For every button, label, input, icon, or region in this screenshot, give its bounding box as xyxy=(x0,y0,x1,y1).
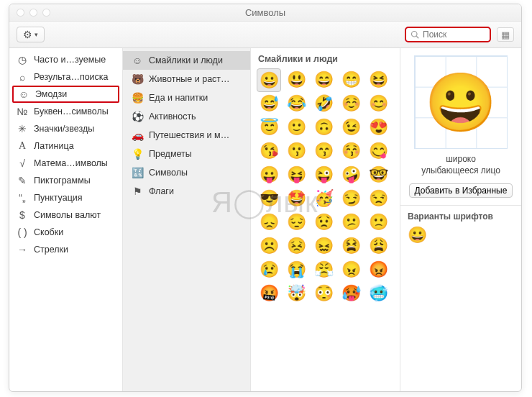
window-title: Символы xyxy=(9,7,521,18)
emoji-cell[interactable]: 🙂 xyxy=(284,116,308,140)
emoji-grid: 😀😃😄😁😆😅😂🤣☺️😊😇🙂🙃😉😍😘😗😙😚😋😛😝😜🤪🤓😎🤩🥳😏😒😞😔😟😕🙁☹️😣😖… xyxy=(257,68,394,306)
add-to-favorites-button[interactable]: Добавить в Избранные xyxy=(409,183,513,198)
sidebar-item-recent[interactable]: ◷ Часто и…зуемые xyxy=(9,51,122,68)
svg-line-1 xyxy=(416,36,418,38)
category-activity[interactable]: ⚽ Активность xyxy=(123,107,250,126)
emoji-cell[interactable]: 😁 xyxy=(339,68,364,92)
clock-icon: ◷ xyxy=(17,54,28,65)
emoji-cell[interactable]: 😎 xyxy=(257,187,281,211)
emoji-cell[interactable]: 😊 xyxy=(367,92,391,116)
emoji-cell[interactable]: 😠 xyxy=(339,258,364,282)
emoji-cell[interactable]: 😂 xyxy=(284,92,308,116)
emoji-cell[interactable]: 🤣 xyxy=(311,92,336,116)
emoji-cell[interactable]: 🤪 xyxy=(339,163,364,187)
emoji-cell[interactable]: 😅 xyxy=(257,92,281,116)
emoji-cell[interactable]: 🥶 xyxy=(367,282,391,306)
sidebar-item-stars[interactable]: ✳ Значки/звезды xyxy=(9,120,122,137)
emoji-cell[interactable]: 😏 xyxy=(339,187,364,211)
category-smileys[interactable]: ☺ Смайлики и люди xyxy=(123,51,250,70)
search-icon xyxy=(411,30,419,39)
brackets-icon: ( ) xyxy=(17,227,28,238)
sidebar-item-math[interactable]: √ Матема…имволы xyxy=(9,155,122,172)
sidebar-item-punctuation[interactable]: “„ Пунктуация xyxy=(9,189,122,206)
emoji-cell[interactable]: 😜 xyxy=(311,163,336,187)
emoji-cell[interactable]: 😍 xyxy=(367,116,391,140)
sidebar-item-emoji[interactable]: ☺ Эмодзи xyxy=(12,86,119,103)
titlebar: Символы xyxy=(9,4,521,22)
emoji-cell[interactable]: 😳 xyxy=(311,282,336,306)
variants-title: Варианты шрифтов xyxy=(408,211,514,222)
emoji-cell[interactable]: ☺️ xyxy=(339,92,364,116)
emoji-cell[interactable]: 😙 xyxy=(311,140,336,163)
emoji-cell[interactable]: 😫 xyxy=(339,234,364,258)
emoji-cell[interactable]: 😃 xyxy=(284,68,308,92)
search-input[interactable] xyxy=(423,29,485,40)
emoji-cell[interactable]: 🥵 xyxy=(339,282,364,306)
emoji-cell[interactable]: 😆 xyxy=(367,68,391,92)
emoji-cell[interactable]: 🤬 xyxy=(257,282,281,306)
category-flags[interactable]: ⚑ Флаги xyxy=(123,182,250,201)
emoji-cell[interactable]: 😩 xyxy=(367,234,391,258)
emoji-cell[interactable]: 🙃 xyxy=(311,116,336,140)
sidebar-item-pictograms[interactable]: ✎ Пиктограммы xyxy=(9,172,122,189)
sidebar-item-currency[interactable]: $ Символы валют xyxy=(9,206,122,224)
emoji-cell[interactable]: 😣 xyxy=(284,234,308,258)
category-symbols[interactable]: 🔣 Символы xyxy=(123,163,250,182)
emoji-cell[interactable]: 😔 xyxy=(284,211,308,234)
toolbar: ⚙ ▾ ▦ xyxy=(9,22,521,48)
category-label: Еда и напитки xyxy=(149,93,208,103)
category-animals[interactable]: 🐻 Животные и раст… xyxy=(123,70,250,88)
emoji-cell[interactable]: 😋 xyxy=(367,140,391,163)
emoji-cell[interactable]: ☹️ xyxy=(257,234,281,258)
emoji-cell[interactable]: 🤓 xyxy=(367,163,391,187)
sidebar-item-label: Часто и…зуемые xyxy=(34,55,106,65)
content-body: ◷ Часто и…зуемые ⌕ Результа…поиска ☺ Эмо… xyxy=(9,48,521,391)
emoji-cell[interactable]: 😝 xyxy=(284,163,308,187)
emoji-cell[interactable]: 😤 xyxy=(311,258,336,282)
emoji-cell[interactable]: 🙁 xyxy=(367,211,391,234)
emoji-cell[interactable]: 😚 xyxy=(339,140,364,163)
emoji-cell[interactable]: 😘 xyxy=(257,140,281,163)
search-field[interactable] xyxy=(405,27,491,42)
emoji-cell[interactable]: 🤯 xyxy=(284,282,308,306)
emoji-cell[interactable]: 🤩 xyxy=(284,187,308,211)
sidebar-item-arrows[interactable]: → Стрелки xyxy=(9,241,122,258)
settings-menu-button[interactable]: ⚙ ▾ xyxy=(17,27,45,42)
sidebar-item-brackets[interactable]: ( ) Скобки xyxy=(9,224,122,241)
emoji-cell[interactable]: 😀 xyxy=(257,68,281,92)
grid-icon: ▦ xyxy=(501,29,510,40)
emoji-cell[interactable]: 😛 xyxy=(257,163,281,187)
variant-item[interactable]: 😀 xyxy=(408,226,514,245)
category-objects[interactable]: 💡 Предметы xyxy=(123,145,250,163)
emoji-cell[interactable]: 😢 xyxy=(257,258,281,282)
grid-header: Смайлики и люди xyxy=(257,53,394,68)
star-icon: ✳ xyxy=(17,123,28,134)
category-label: Предметы xyxy=(149,149,192,159)
sidebar-item-label: Латиница xyxy=(34,141,74,151)
emoji-cell[interactable]: 🥳 xyxy=(311,187,336,211)
sidebar: ◷ Часто и…зуемые ⌕ Результа…поиска ☺ Эмо… xyxy=(9,48,123,391)
category-label: Путешествия и м… xyxy=(149,130,229,140)
emoji-cell[interactable]: 😭 xyxy=(284,258,308,282)
category-label: Активность xyxy=(149,111,196,122)
flags-icon: ⚑ xyxy=(132,186,143,197)
emoji-cell[interactable]: 😉 xyxy=(339,116,364,140)
emoji-cell[interactable]: 😄 xyxy=(311,68,336,92)
sidebar-item-label: Значки/звезды xyxy=(34,124,94,134)
emoji-cell[interactable]: 😡 xyxy=(367,258,391,282)
emoji-cell[interactable]: 😖 xyxy=(311,234,336,258)
emoji-cell[interactable]: 😞 xyxy=(257,211,281,234)
sidebar-item-latin[interactable]: A Латиница xyxy=(9,137,122,155)
emoji-cell[interactable]: 😒 xyxy=(367,187,391,211)
sidebar-item-letter-symbols[interactable]: № Буквен…символы xyxy=(9,103,122,120)
emoji-cell[interactable]: 😗 xyxy=(284,140,308,163)
category-travel[interactable]: 🚗 Путешествия и м… xyxy=(123,126,250,145)
preview-name: широко улыбающееся лицо xyxy=(406,153,515,176)
category-food[interactable]: 🍔 Еда и напитки xyxy=(123,88,250,107)
sidebar-item-search-results[interactable]: ⌕ Результа…поиска xyxy=(9,68,122,86)
emoji-icon: ☺ xyxy=(18,88,29,100)
emoji-cell[interactable]: 😇 xyxy=(257,116,281,140)
grid-view-toggle[interactable]: ▦ xyxy=(497,27,514,42)
emoji-cell[interactable]: 😟 xyxy=(311,211,336,234)
emoji-cell[interactable]: 😕 xyxy=(339,211,364,234)
